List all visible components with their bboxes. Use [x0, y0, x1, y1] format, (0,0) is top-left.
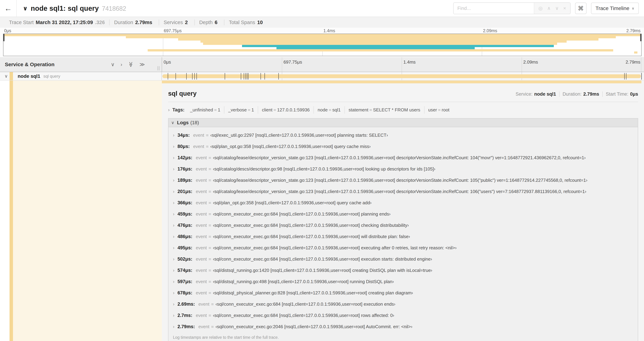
minimap-span-bar	[203, 43, 557, 45]
chevron-down-icon[interactable]: ∨	[4, 74, 10, 79]
collapse-trace-icon[interactable]: ∨	[23, 5, 28, 12]
log-row[interactable]: › 176μs: event = ‹sql/catalog/descs/desc…	[168, 163, 638, 175]
log-row[interactable]: › 2.7ms: event = ‹sql/conn_executor_exec…	[168, 310, 638, 321]
log-equals: =	[208, 256, 211, 262]
expand-one-icon[interactable]: ›	[120, 62, 122, 67]
log-row[interactable]: › 574μs: event = ‹sql/distsql_running.go…	[168, 265, 638, 276]
minimap-time-labels: 0μs697.75μs1.4ms2.09ms2.79ms	[3, 28, 642, 33]
log-field-value: ‹sql/conn_executor_exec.go:684 [nsql1,cl…	[213, 313, 394, 318]
log-field-value: ‹sql/conn_executor_exec.go:684 [nsql1,cl…	[213, 256, 432, 262]
log-row[interactable]: › 2.79ms: event = ‹sql/conn_executor_exe…	[168, 321, 638, 332]
log-row[interactable]: › 476μs: event = ‹sql/conn_executor_exec…	[168, 220, 638, 231]
log-timestamp: 176μs:	[178, 166, 192, 172]
chevron-right-icon: ›	[173, 212, 174, 217]
log-tick	[247, 73, 247, 80]
log-row[interactable]: › 678μs: event = ‹sql/distsql_physical_p…	[168, 287, 638, 298]
minimap-left-scrubber[interactable]	[3, 34, 4, 41]
chevron-right-icon: ›	[173, 234, 174, 239]
log-row[interactable]: › 80μs: event = ‹sql/plan_opt.go:358 [ns…	[168, 141, 638, 152]
minimap-time-label: 2.09ms	[483, 28, 497, 33]
log-field-value: ‹sql/distsql_running.go:498 [nsql1,clien…	[213, 279, 394, 284]
log-row[interactable]: › 459μs: event = ‹sql/conn_executor_exec…	[168, 208, 638, 220]
span-row-timeline-cell[interactable]	[162, 72, 642, 80]
ruler-tick-label: 697.75μs	[284, 60, 302, 65]
log-tick	[260, 73, 261, 80]
log-row[interactable]: › 189μs: event = ‹sql/catalog/lease/desc…	[168, 175, 638, 186]
log-row[interactable]: › 366μs: event = ‹sql/plan_opt.go:358 [n…	[168, 197, 638, 208]
log-row[interactable]: › 2.69ms: event = ‹sql/conn_executor_exe…	[168, 298, 638, 310]
log-row[interactable]: › 597μs: event = ‹sql/distsql_running.go…	[168, 276, 638, 287]
tags-row[interactable]: › Tags: _unfinished=1_verbose=1client=12…	[168, 106, 638, 114]
collapse-all-icon[interactable]: ≫	[128, 62, 134, 67]
log-row[interactable]: › 502μs: event = ‹sql/conn_executor_exec…	[168, 253, 638, 265]
chevron-right-icon[interactable]: ›	[168, 107, 170, 113]
expand-all-icon[interactable]: ≫	[140, 62, 145, 67]
span-meta-item: Service: node sql1	[512, 92, 559, 97]
log-tick	[624, 73, 624, 80]
ruler-tick-label: 2.09ms	[523, 60, 538, 65]
log-equals: =	[208, 290, 211, 296]
summary-value: 2	[185, 20, 188, 25]
span-detail-header: sql query Service: node sql1 Duration: 2…	[168, 90, 639, 97]
summary-value: 6	[215, 20, 218, 25]
log-field-key: event	[196, 313, 207, 318]
span-detail-row: sql query Service: node sql1 Duration: 2…	[0, 81, 644, 341]
minimap-span-bar	[242, 45, 554, 47]
summary-label: Duration	[114, 20, 133, 25]
locate-icon[interactable]: ◎	[538, 6, 542, 11]
logs-list: › 34μs: event = ‹sql/exec_util.go:2297 […	[168, 127, 638, 333]
log-field-key: event	[193, 133, 204, 138]
log-row[interactable]: › 495μs: event = ‹sql/conn_executor_exec…	[168, 242, 638, 253]
log-field-key: event	[196, 234, 207, 239]
summary-label: Services	[164, 20, 183, 25]
log-tick	[225, 73, 225, 80]
ruler-gridline	[641, 57, 642, 72]
log-tick	[278, 73, 279, 80]
chevron-right-icon: ›	[173, 313, 174, 318]
view-selector-button[interactable]: Trace Timeline ∨	[591, 3, 639, 14]
tag-value: 127.0.0.1:59936	[277, 107, 310, 112]
chevron-right-icon: ›	[173, 178, 174, 183]
next-result-icon[interactable]: ∨	[555, 6, 559, 11]
log-field-value: ‹sql/conn_executor_exec.go:2046 [nsql1,c…	[216, 324, 412, 329]
prev-result-icon[interactable]: ∧	[547, 6, 551, 11]
log-equals: =	[208, 200, 211, 205]
chevron-right-icon: ›	[173, 133, 174, 138]
log-field-key: event	[196, 245, 207, 250]
minimap-canvas[interactable]	[3, 34, 642, 56]
ruler-gridline	[282, 57, 282, 72]
column-resizer-handle[interactable]	[158, 66, 160, 70]
minimap-time-label: 2.79ms	[626, 28, 640, 33]
span-row-name-cell[interactable]: ∨ node sql1 sql query	[0, 72, 162, 80]
span-duration-bar[interactable]	[162, 74, 641, 78]
keyboard-shortcuts-button[interactable]: ⌘	[575, 3, 586, 14]
log-field-value: ‹sql/distsql_running.go:1420 [nsql1,clie…	[213, 268, 432, 273]
span-row-node-sql1[interactable]: ∨ node sql1 sql query	[0, 72, 644, 81]
log-field-value: ‹sql/catalog/lease/descriptor_version_st…	[213, 155, 586, 160]
log-field-key: event	[196, 155, 207, 160]
meta-value: 2.79ms	[583, 92, 599, 97]
clear-find-icon[interactable]: ×	[563, 6, 566, 11]
find-input[interactable]	[454, 3, 534, 14]
log-timestamp: 34μs:	[178, 133, 190, 138]
page-title: node sql1: sql query	[31, 5, 99, 12]
collapse-one-icon[interactable]: ∨	[111, 62, 114, 67]
log-tick	[186, 73, 186, 80]
meta-label: Duration:	[563, 92, 582, 97]
log-row[interactable]: › 486μs: event = ‹sql/conn_executor_exec…	[168, 231, 638, 242]
log-equals: =	[211, 301, 214, 307]
back-button[interactable]: ←	[0, 0, 16, 17]
log-equals: =	[208, 211, 211, 217]
log-row[interactable]: › 34μs: event = ‹sql/exec_util.go:2297 […	[168, 130, 638, 141]
tag-key: client	[262, 107, 272, 112]
log-row[interactable]: › 142μs: event = ‹sql/catalog/lease/desc…	[168, 152, 638, 163]
span-detail-panel: sql query Service: node sql1 Duration: 2…	[162, 81, 644, 341]
span-detail-left-column	[0, 81, 162, 341]
summary-value: March 31 2022, 17:25:09	[36, 20, 93, 25]
chevron-right-icon: ›	[173, 290, 174, 295]
logs-header[interactable]: ∨ Logs (18)	[168, 119, 638, 127]
log-row[interactable]: › 201μs: event = ‹sql/catalog/lease/desc…	[168, 186, 638, 197]
log-tick	[168, 73, 168, 80]
tag-item: _unfinished=1	[186, 106, 224, 114]
minimap-right-scrubber[interactable]	[640, 34, 642, 41]
